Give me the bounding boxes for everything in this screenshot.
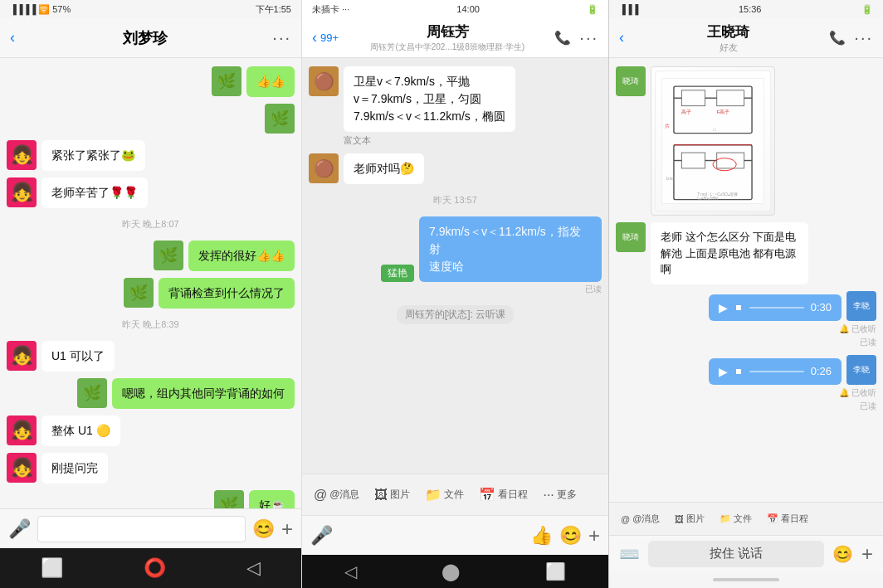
file-label: 文件 [734, 513, 752, 525]
recents-icon[interactable]: ◁ [246, 557, 261, 579]
timestamp: 昨天 晚上8:07 [7, 218, 295, 231]
android-back-icon[interactable]: ◁ [344, 561, 357, 581]
panel3-chat-body: 晓琦 高子 F高子 [609, 58, 883, 502]
avatar: 🟤 [309, 66, 339, 96]
panel2-thumb-icon[interactable]: 👍 [530, 525, 553, 547]
timestamp: 昨天 晚上8:39 [7, 318, 295, 331]
avatar: 👧 [7, 140, 37, 170]
wifi-icon: 🛜 [38, 4, 50, 15]
avatar: 🌿 [124, 278, 154, 308]
panel3-chat-title: 王晓琦 [707, 22, 749, 41]
voice-icon[interactable]: 🎤 [8, 518, 31, 540]
audio-waveform [749, 371, 804, 372]
panel2-call-button[interactable]: 📞 [554, 30, 571, 46]
svg-text:T mol · L⁻¹·CuSO₄溶液: T mol · L⁻¹·CuSO₄溶液 [697, 192, 738, 197]
panel2-emoji-icon[interactable]: 😊 [559, 525, 582, 547]
panel3-chat-subtitle: 好友 [720, 41, 738, 54]
panel3-back-button[interactable]: ‹ [619, 29, 624, 46]
panel2-time: 14:00 [456, 4, 480, 14]
panel3-file-button[interactable]: 📁 文件 [715, 509, 757, 528]
message-bubble: 发挥的很好👍👍 [188, 241, 295, 271]
calendar-label: 看日程 [781, 513, 808, 525]
avatar: 👧 [7, 177, 37, 207]
panel3-keyboard-icon[interactable]: ⌨️ [619, 544, 640, 564]
panel1-back-button[interactable]: ‹ [10, 29, 15, 46]
table-row: 嗯嗯，组内其他同学背诵的如何 🌿 [7, 378, 295, 409]
panel1-status-bar: ▐▐▐▐ 🛜 57% 下午1:55 [0, 0, 301, 18]
table-row: 🟤 卫星v＜7.9km/s，平抛v＝7.9km/s，卫星，匀圆7.9km/s＜v… [309, 66, 602, 147]
back-nav-icon[interactable]: ⭕ [144, 557, 166, 579]
panel3-signal: ▐▐▐ [619, 4, 638, 14]
calendar-icon: 📅 [479, 487, 495, 503]
play-icon[interactable]: ▶ [719, 365, 728, 378]
message-bubble: 好☕ [249, 490, 295, 508]
file-button[interactable]: 📁 文件 [420, 484, 469, 506]
panel3-calendar-button[interactable]: 📅 看日程 [762, 509, 813, 528]
svg-text:□: □ [713, 127, 716, 132]
panel2-input-bar: 🎤 👍 😊 + [302, 515, 608, 555]
panel2-mic-icon[interactable]: 🎤 [310, 525, 333, 547]
panel2-chat-title: 周钰芳 [427, 22, 469, 41]
panel3-battery: 🔋 [861, 4, 873, 15]
panel1-nav-bar: ⬜ ⭕ ◁ [0, 548, 301, 588]
panel1-input-field[interactable] [37, 516, 246, 542]
panel1-chat: ▐▐▐▐ 🛜 57% 下午1:55 ‹ 刘梦珍 ··· 👍👍 🌿 🌿 👧 [0, 0, 302, 588]
android-recents-icon[interactable]: ⬜ [545, 561, 566, 581]
home-icon[interactable]: ⬜ [41, 557, 63, 579]
at-message-button[interactable]: @ @消息 [309, 484, 364, 506]
panel2-more-button[interactable]: ··· [579, 28, 598, 47]
panel2-chat-subtitle: 周钰芳(文昌中学202...1级8班物理群·学生) [370, 41, 524, 53]
panel2-plus-icon[interactable]: + [588, 524, 600, 547]
panel2-status-bar: 未插卡 ··· 14:00 🔋 [302, 0, 608, 18]
table-row: 👧 整体 U1 🟡 [7, 415, 295, 446]
panel2-back-button[interactable]: ‹ [312, 29, 317, 46]
avatar: 🌿 [77, 378, 107, 408]
panel2-badge: 99+ [320, 32, 339, 44]
svg-text:高子: 高子 [681, 109, 691, 114]
avatar: 👧 [7, 341, 37, 371]
table-row: ▶ 0:26 李晓 🔔 已收听 已读 [616, 355, 876, 412]
message-bubble: 背诵检查到什么情况了 [159, 278, 295, 309]
physics-note-image: 高子 F高子 片 □ 1mol L₂×80₃,98% [651, 66, 775, 216]
message-bubble: 卫星v＜7.9km/s，平抛v＝7.9km/s，卫星，匀圆7.9km/s＜v＜1… [344, 66, 515, 132]
panel3-emoji-icon[interactable]: 😊 [832, 544, 853, 564]
panel3-plus-icon[interactable]: + [861, 542, 873, 566]
panel3-header: ‹ 王晓琦 好友 📞 ··· [609, 18, 883, 58]
panel1-more-button[interactable]: ··· [272, 28, 291, 47]
hold-talk-button[interactable]: 按住 说话 [648, 541, 824, 567]
audio-message[interactable]: ▶ 0:30 [709, 294, 842, 321]
android-home-icon[interactable]: ⬤ [442, 561, 460, 581]
plus-icon[interactable]: + [281, 518, 293, 541]
avatar: 李晓 [846, 291, 876, 321]
sticker: 👍👍 [256, 75, 285, 88]
panel2-chat-body: 🟤 卫星v＜7.9km/s，平抛v＝7.9km/s，卫星，匀圆7.9km/s＜v… [302, 58, 608, 474]
panel3-more-button[interactable]: ··· [854, 28, 873, 47]
file-label: 文件 [444, 488, 464, 502]
table-row: ▶ 0:30 李晓 🔔 已收听 已读 [616, 291, 876, 348]
image-label: 图片 [390, 488, 410, 502]
table-row: 🌿 [7, 104, 295, 134]
svg-text:L₂×80₃,98%: L₂×80₃,98% [697, 197, 718, 201]
table-row: 🟤 老师对吗🤔 [309, 153, 602, 184]
panel2-carrier: 未插卡 ··· [312, 3, 349, 16]
image-icon: 🖼 [374, 488, 388, 503]
audio-message[interactable]: ▶ 0:26 [709, 358, 842, 385]
listened-status: 🔔 已收听 [839, 387, 876, 399]
emoji-icon[interactable]: 😊 [252, 518, 275, 540]
panel3-at-button[interactable]: @ @消息 [616, 509, 665, 528]
image-button[interactable]: 🖼 图片 [369, 484, 415, 506]
file-icon: 📁 [425, 487, 442, 503]
home-indicator [713, 578, 779, 581]
play-icon[interactable]: ▶ [719, 301, 728, 314]
panel1-input-bar: 🎤 😊 + [0, 508, 301, 548]
table-row: 晓琦 老师 这个怎么区分 下面是电解池 上面是原电池 都有电源啊 [616, 222, 876, 284]
panel3-chat: ▐▐▐ 15:36 🔋 ‹ 王晓琦 好友 📞 ··· 晓琦 [609, 0, 883, 588]
calendar-button[interactable]: 📅 看日程 [474, 484, 533, 506]
table-row: 晓琦 高子 F高子 [616, 66, 876, 216]
audio-waveform [749, 307, 804, 309]
table-row: 👍👍 🌿 [7, 66, 295, 97]
panel3-call-button[interactable]: 📞 [829, 30, 846, 46]
avatar: 🌿 [154, 241, 183, 270]
panel3-image-button[interactable]: 🖼 图片 [670, 509, 710, 528]
more-toolbar-button[interactable]: ··· 更多 [538, 484, 581, 506]
